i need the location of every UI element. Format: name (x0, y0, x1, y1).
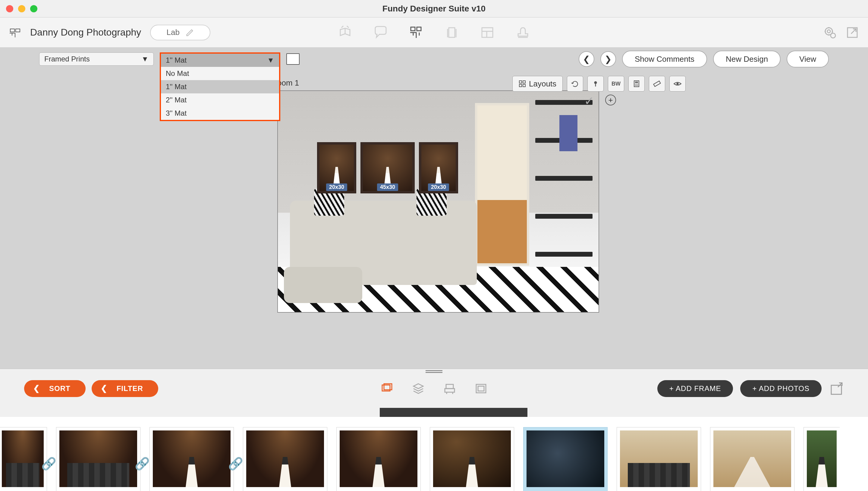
sort-label: SORT (49, 384, 71, 393)
thumbnail-image (807, 430, 837, 487)
add-room-button[interactable]: + (605, 94, 616, 106)
thumbnail-image (620, 430, 698, 487)
lab-button[interactable]: Lab (150, 25, 211, 40)
thumbnail-8[interactable]: ☆☆☆☆☆ ♡ (710, 427, 794, 491)
svg-rect-16 (635, 82, 638, 83)
thumbnail-9[interactable] (804, 427, 840, 491)
mat-option-1-mat[interactable]: 1'' Mat (161, 80, 279, 93)
link-icon: 🔗 (228, 457, 243, 471)
mat-option-3-mat[interactable]: 3'' Mat (161, 107, 279, 120)
wall-frame-2[interactable]: 45x30 (361, 142, 415, 193)
thumbnail-1[interactable]: +2 ☆☆☆☆☆ ♡ 🔗 (56, 427, 140, 491)
wall-art-mode-icon[interactable] (409, 25, 423, 40)
chevron-right-icon: ❯ (605, 54, 612, 64)
room-sofa (290, 201, 477, 285)
refresh-layout-button[interactable] (567, 76, 583, 92)
room-preview[interactable]: 20x30 45x30 20x30 ✓ (277, 90, 599, 313)
stamp-mode-icon[interactable] (516, 25, 530, 40)
filter-button[interactable]: ❮ FILTER (92, 380, 158, 397)
mat-option-2-mat[interactable]: 2'' Mat (161, 93, 279, 107)
close-window-button[interactable] (6, 5, 13, 12)
maximize-window-button[interactable] (30, 5, 37, 12)
mat-dropdown-selected[interactable]: 1'' Mat ▼ (161, 54, 279, 67)
thumbnail-image (2, 430, 44, 487)
pin-button[interactable] (587, 76, 604, 92)
pin-icon (592, 80, 599, 87)
thumbnail-0[interactable]: ☆ ♡ 🔗 (0, 427, 47, 491)
thumbnail-6-selected[interactable]: 1 ☆☆☆☆☆ ♡ (523, 427, 608, 491)
photos-view-icon[interactable] (380, 382, 394, 395)
svg-point-17 (635, 84, 636, 85)
window-controls (6, 5, 37, 12)
mat-option-no-mat[interactable]: No Mat (161, 67, 279, 80)
svg-rect-3 (417, 27, 421, 31)
thumbnail-image (713, 430, 791, 487)
svg-point-20 (635, 85, 636, 86)
settings-icon[interactable] (823, 26, 837, 39)
design-canvas: oom 1 Layouts BW 20x30 45x30 20x30 ✓ + (0, 70, 868, 369)
canvas-toolbar: Layouts BW (512, 76, 685, 92)
svg-rect-2 (411, 27, 415, 31)
project-title: Danny Dong Photography (30, 27, 141, 38)
add-photos-button[interactable]: + ADD PHOTOS (740, 380, 821, 397)
furniture-view-icon[interactable] (443, 382, 456, 395)
chevron-left-icon: ❮ (583, 54, 590, 64)
wall-frame-3[interactable]: 20x30 (419, 142, 458, 193)
thumbnail-image (246, 430, 324, 487)
wall-frame-1[interactable]: 20x30 (317, 142, 356, 193)
active-filmstrip-tab[interactable] (380, 408, 527, 417)
panel-drag-handle[interactable] (425, 370, 443, 373)
frame-size-label: 45x30 (377, 183, 398, 191)
mat-color-swatch[interactable] (286, 53, 300, 65)
filter-label: FILTER (117, 384, 143, 393)
export-icon[interactable] (829, 381, 844, 396)
cards-mode-icon[interactable] (445, 25, 459, 40)
chat-mode-icon[interactable] (373, 25, 388, 40)
layout-mode-icon[interactable] (480, 25, 495, 40)
svg-point-22 (638, 85, 638, 86)
eye-icon (673, 80, 682, 88)
calculator-icon (633, 80, 640, 87)
svg-rect-13 (523, 84, 525, 87)
mat-dropdown-menu: 1'' Mat ▼ No Mat 1'' Mat 2'' Mat 3'' Mat (160, 52, 280, 121)
wall-art-group[interactable]: 20x30 45x30 20x30 (317, 142, 458, 193)
thumbnail-image (433, 430, 511, 487)
thumbnail-7[interactable]: ☆☆☆☆☆ ♡ (617, 427, 701, 491)
sort-button[interactable]: ❮ SORT (24, 380, 86, 397)
thumbnail-4[interactable]: 1 ☆☆☆☆☆ ♡ (336, 427, 421, 491)
minimize-window-button[interactable] (18, 5, 25, 12)
print-type-dropdown[interactable]: Framed Prints ▼ (39, 52, 154, 66)
layers-view-icon[interactable] (412, 382, 425, 395)
svg-rect-23 (654, 81, 661, 86)
frame-view-icon[interactable] (474, 382, 488, 395)
view-button[interactable]: View (787, 51, 829, 67)
thumbnail-3[interactable]: ☆☆☆☆☆ ♡ (243, 427, 327, 491)
calculator-button[interactable] (628, 76, 645, 92)
external-link-icon[interactable] (846, 26, 859, 39)
refresh-icon (571, 80, 579, 88)
chevron-down-icon: ▼ (141, 55, 148, 63)
mat-selected-value: 1'' Mat (166, 56, 187, 64)
thumbnail-5[interactable]: 📖 ☆☆☆☆☆ ♡ (430, 427, 514, 491)
grid-icon (519, 80, 526, 87)
album-mode-icon[interactable] (338, 25, 352, 40)
show-comments-button[interactable]: Show Comments (622, 51, 707, 67)
thumbnail-2[interactable]: 1 ☆☆☆☆☆ ♡ 🔗 (149, 427, 234, 491)
layouts-button[interactable]: Layouts (512, 76, 563, 92)
ruler-button[interactable] (649, 76, 665, 92)
mode-switcher (338, 25, 530, 40)
preview-button[interactable] (669, 76, 685, 92)
next-design-button[interactable]: ❯ (600, 51, 616, 67)
thumbnail-image (527, 430, 604, 487)
approve-check-icon[interactable]: ✓ (584, 94, 594, 108)
svg-point-8 (831, 33, 836, 38)
prev-design-button[interactable]: ❮ (579, 51, 594, 67)
add-frame-button[interactable]: + ADD FRAME (657, 380, 733, 397)
new-design-button[interactable]: New Design (713, 51, 781, 67)
mat-dropdown-container: 1'' Mat ▼ No Mat 1'' Mat 2'' Mat 3'' Mat (160, 52, 280, 66)
plus-icon: + (608, 95, 613, 105)
svg-rect-10 (519, 81, 522, 83)
bottom-panel: ❮ SORT ❮ FILTER + ADD FRAME + ADD PHOTOS (0, 369, 868, 408)
bw-button[interactable]: BW (608, 76, 624, 92)
app-logo-icon (9, 27, 21, 38)
